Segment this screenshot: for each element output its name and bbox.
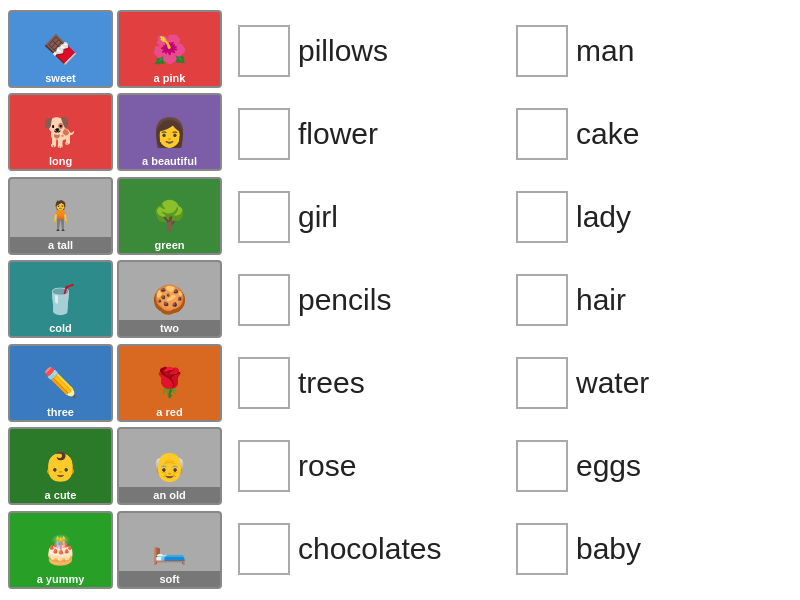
card-a-pink[interactable]: 🌺a pink [117, 10, 222, 88]
card-label: soft [119, 571, 220, 587]
word-row-left: girl [238, 176, 514, 257]
card-label: a pink [119, 70, 220, 86]
answer-box[interactable] [238, 523, 290, 575]
answer-box[interactable] [516, 191, 568, 243]
word-text: pencils [298, 283, 391, 317]
word-row-left: pencils [238, 259, 514, 340]
card-two[interactable]: 🍪two [117, 260, 222, 338]
card-a-red[interactable]: 🌹a red [117, 344, 222, 422]
word-text: chocolates [298, 532, 441, 566]
answer-box[interactable] [238, 108, 290, 160]
card-cold[interactable]: 🥤cold [8, 260, 113, 338]
card-label: three [10, 404, 111, 420]
word-text: lady [576, 200, 631, 234]
word-text: eggs [576, 449, 641, 483]
answer-box[interactable] [516, 25, 568, 77]
word-row-right: man [516, 10, 792, 91]
card-label: two [119, 320, 220, 336]
word-row-right: lady [516, 176, 792, 257]
word-text: baby [576, 532, 641, 566]
answer-box[interactable] [238, 25, 290, 77]
word-text: water [576, 366, 649, 400]
card-soft[interactable]: 🛏️soft [117, 511, 222, 589]
card-label: long [10, 153, 111, 169]
card-a-yummy[interactable]: 🎂a yummy [8, 511, 113, 589]
card-a-cute[interactable]: 👶a cute [8, 427, 113, 505]
answer-box[interactable] [238, 191, 290, 243]
card-label: sweet [10, 70, 111, 86]
card-sweet[interactable]: 🍫sweet [8, 10, 113, 88]
card-label: green [119, 237, 220, 253]
card-label: a tall [10, 237, 111, 253]
card-label: cold [10, 320, 111, 336]
word-text: man [576, 34, 634, 68]
card-green[interactable]: 🌳green [117, 177, 222, 255]
card-label: a red [119, 404, 220, 420]
main-content: pillowsmanflowercakegirlladypencilshairt… [230, 0, 800, 600]
word-text: girl [298, 200, 338, 234]
word-row-left: pillows [238, 10, 514, 91]
answer-box[interactable] [516, 357, 568, 409]
word-row-right: hair [516, 259, 792, 340]
answer-box[interactable] [238, 274, 290, 326]
card-label: a beautiful [119, 153, 220, 169]
word-text: cake [576, 117, 639, 151]
answer-box[interactable] [516, 274, 568, 326]
card-label: an old [119, 487, 220, 503]
word-text: pillows [298, 34, 388, 68]
sidebar: 🍫sweet🌺a pink🐕long👩a beautiful🧍a tall🌳gr… [0, 0, 230, 600]
card-label: a cute [10, 487, 111, 503]
word-row-right: baby [516, 509, 792, 590]
word-text: rose [298, 449, 356, 483]
word-text: flower [298, 117, 378, 151]
word-row-right: water [516, 343, 792, 424]
answer-box[interactable] [516, 440, 568, 492]
word-text: hair [576, 283, 626, 317]
word-row-left: rose [238, 426, 514, 507]
card-an-old[interactable]: 👴an old [117, 427, 222, 505]
card-a-beautiful[interactable]: 👩a beautiful [117, 93, 222, 171]
answer-box[interactable] [516, 523, 568, 575]
answer-box[interactable] [516, 108, 568, 160]
card-long[interactable]: 🐕long [8, 93, 113, 171]
word-row-right: eggs [516, 426, 792, 507]
answer-box[interactable] [238, 357, 290, 409]
card-label: a yummy [10, 571, 111, 587]
word-text: trees [298, 366, 365, 400]
card-three[interactable]: ✏️three [8, 344, 113, 422]
card-a-tall[interactable]: 🧍a tall [8, 177, 113, 255]
word-row-left: chocolates [238, 509, 514, 590]
word-row-left: trees [238, 343, 514, 424]
answer-box[interactable] [238, 440, 290, 492]
word-row-right: cake [516, 93, 792, 174]
word-row-left: flower [238, 93, 514, 174]
